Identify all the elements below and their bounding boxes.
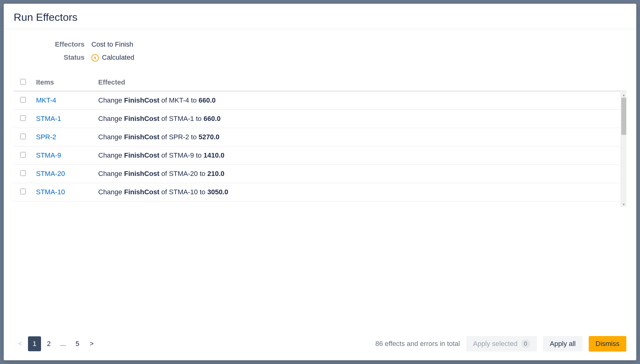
row-checkbox[interactable] bbox=[20, 134, 26, 139]
effectors-row: Effectors Cost to Finish bbox=[14, 40, 626, 48]
row-effect-cell: Change FinishCost of STMA-1 to 660.0 bbox=[94, 110, 626, 128]
total-text: 86 effects and errors in total bbox=[375, 340, 460, 348]
apply-all-button[interactable]: Apply all bbox=[543, 336, 582, 352]
row-item-cell: STMA-1 bbox=[32, 110, 94, 128]
table-header: Items Effected bbox=[14, 74, 626, 91]
apply-selected-label: Apply selected bbox=[473, 340, 518, 348]
row-checkbox-cell bbox=[14, 146, 32, 165]
effects-table: Items Effected MKT-4Change FinishCost of… bbox=[14, 74, 626, 201]
page-prev-button[interactable]: < bbox=[14, 336, 27, 351]
table-row: SPR-2Change FinishCost of SPR-2 to 5270.… bbox=[14, 128, 626, 146]
effect-text: Change FinishCost of STMA-20 to 210.0 bbox=[98, 170, 224, 177]
table-wrapper: Items Effected MKT-4Change FinishCost of… bbox=[4, 74, 636, 327]
table-row: STMA-9Change FinishCost of STMA-9 to 141… bbox=[14, 146, 626, 165]
select-all-checkbox[interactable] bbox=[20, 79, 26, 85]
effect-text: Change FinishCost of STMA-1 to 660.0 bbox=[98, 115, 221, 122]
table-row: STMA-20Change FinishCost of STMA-20 to 2… bbox=[14, 165, 626, 183]
row-checkbox-cell bbox=[14, 128, 32, 146]
row-checkbox[interactable] bbox=[20, 115, 26, 121]
row-item-cell: MKT-4 bbox=[32, 91, 94, 110]
table-row: MKT-4Change FinishCost of MKT-4 to 660.0 bbox=[14, 91, 626, 110]
page-ellipsis: ... bbox=[57, 336, 70, 351]
info-section: Effectors Cost to Finish Status Calculat… bbox=[4, 40, 636, 74]
item-link[interactable]: STMA-10 bbox=[36, 188, 65, 196]
header-items: Items bbox=[32, 74, 94, 91]
item-link[interactable]: MKT-4 bbox=[36, 96, 56, 104]
row-item-cell: STMA-10 bbox=[32, 183, 94, 201]
header-effected: Effected bbox=[94, 74, 626, 91]
modal-body: Effectors Cost to Finish Status Calculat… bbox=[4, 29, 636, 360]
modal-title: Run Effectors bbox=[14, 11, 626, 23]
header-checkbox-cell bbox=[14, 74, 32, 91]
row-effect-cell: Change FinishCost of STMA-9 to 1410.0 bbox=[94, 146, 626, 165]
table-row: STMA-10Change FinishCost of STMA-10 to 3… bbox=[14, 183, 626, 201]
lightning-icon bbox=[91, 54, 99, 62]
page-5-button[interactable]: 5 bbox=[71, 336, 84, 351]
row-checkbox-cell bbox=[14, 110, 32, 128]
status-text: Calculated bbox=[102, 53, 134, 61]
scrollbar-up-arrow-icon[interactable]: ▴ bbox=[621, 92, 627, 98]
pagination: < 1 2 ... 5 > bbox=[14, 336, 98, 351]
row-item-cell: STMA-9 bbox=[32, 146, 94, 165]
table-row: STMA-1Change FinishCost of STMA-1 to 660… bbox=[14, 110, 626, 128]
apply-selected-count-badge: 0 bbox=[521, 339, 530, 348]
scrollbar-down-arrow-icon[interactable]: ▾ bbox=[621, 201, 627, 207]
modal-footer: < 1 2 ... 5 > 86 effects and errors in t… bbox=[4, 327, 636, 360]
status-label: Status bbox=[14, 53, 91, 62]
row-effect-cell: Change FinishCost of STMA-10 to 3050.0 bbox=[94, 183, 626, 201]
page-1-button[interactable]: 1 bbox=[28, 336, 41, 351]
row-checkbox-cell bbox=[14, 183, 32, 201]
table-body: MKT-4Change FinishCost of MKT-4 to 660.0… bbox=[14, 91, 626, 201]
status-row: Status Calculated bbox=[14, 53, 626, 62]
status-value: Calculated bbox=[91, 53, 134, 62]
apply-selected-button[interactable]: Apply selected 0 bbox=[466, 336, 537, 352]
effectors-label: Effectors bbox=[14, 40, 91, 48]
item-link[interactable]: STMA-1 bbox=[36, 115, 61, 122]
dismiss-button[interactable]: Dismiss bbox=[589, 336, 626, 352]
item-link[interactable]: STMA-9 bbox=[36, 151, 61, 159]
effectors-value: Cost to Finish bbox=[91, 40, 133, 48]
page-2-button[interactable]: 2 bbox=[42, 336, 55, 351]
row-checkbox[interactable] bbox=[20, 152, 26, 158]
row-effect-cell: Change FinishCost of SPR-2 to 5270.0 bbox=[94, 128, 626, 146]
row-checkbox[interactable] bbox=[20, 170, 26, 176]
item-link[interactable]: STMA-20 bbox=[36, 170, 65, 177]
row-checkbox[interactable] bbox=[20, 189, 26, 194]
scrollbar-thumb[interactable] bbox=[621, 98, 626, 135]
scrollbar-track[interactable]: ▴ ▾ bbox=[621, 92, 626, 207]
row-effect-cell: Change FinishCost of MKT-4 to 660.0 bbox=[94, 91, 626, 110]
row-item-cell: STMA-20 bbox=[32, 165, 94, 183]
modal-header: Run Effectors bbox=[4, 4, 636, 29]
row-checkbox-cell bbox=[14, 91, 32, 110]
row-item-cell: SPR-2 bbox=[32, 128, 94, 146]
effect-text: Change FinishCost of MKT-4 to 660.0 bbox=[98, 96, 216, 104]
row-effect-cell: Change FinishCost of STMA-20 to 210.0 bbox=[94, 165, 626, 183]
row-checkbox[interactable] bbox=[20, 97, 26, 103]
run-effectors-modal: Run Effectors Effectors Cost to Finish S… bbox=[4, 4, 636, 360]
item-link[interactable]: SPR-2 bbox=[36, 133, 56, 141]
effect-text: Change FinishCost of STMA-9 to 1410.0 bbox=[98, 151, 224, 159]
page-next-button[interactable]: > bbox=[85, 336, 98, 351]
effect-text: Change FinishCost of SPR-2 to 5270.0 bbox=[98, 133, 219, 141]
effect-text: Change FinishCost of STMA-10 to 3050.0 bbox=[98, 188, 228, 196]
row-checkbox-cell bbox=[14, 165, 32, 183]
